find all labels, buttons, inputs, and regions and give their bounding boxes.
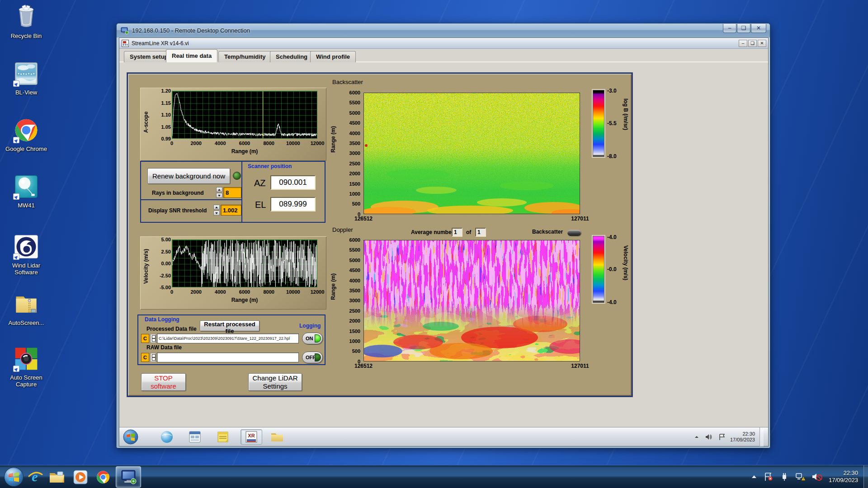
vi-app-icon [122,40,129,47]
desktop-icon-wind-lidar[interactable]: Wind Lidar Software [3,233,50,276]
average-number-label: Average number [411,229,453,235]
backscatter-toggle-label: Backscatter [532,229,563,235]
a-scope-plot[interactable] [172,91,317,139]
session-taskbar-folder-icon[interactable] [269,429,286,445]
taskbar: e [0,465,868,488]
backscatter-cb-tick-mid: -5.5 [607,120,617,127]
session-taskbar-browser-icon[interactable] [158,429,175,445]
data-logging-box: Data Logging Processed Data file Restart… [137,314,326,365]
processed-drive-selector[interactable]: C [141,334,149,343]
raw-path-field[interactable] [157,352,299,362]
session-clock[interactable]: 22:30 17/09/2023 [730,431,755,443]
path-type-icon [150,353,156,362]
session-taskbar-xr-app-button[interactable]: XR [241,429,262,445]
tab-scheduling[interactable]: Scheduling [270,51,313,62]
session-tray-expand-icon[interactable] [694,435,699,439]
taskbar-wmp-icon[interactable] [72,469,89,485]
change-lidar-settings-button[interactable]: Change LiDAR Settings [248,373,302,391]
scanner-position-title: Scanner position [248,163,292,169]
backscatter-y-ticks: 6000550050004500400035003000250020001500… [339,90,360,217]
front-panel: A-scope 1.201.151.101.050.99 02000400060… [127,73,632,397]
tab-temp-humidity[interactable]: Temp/humidity [218,51,271,62]
tray-expand-icon[interactable] [751,474,757,479]
tray-network-icon[interactable]: ! [795,472,805,481]
tray-power-icon[interactable] [780,472,789,481]
snr-spinner[interactable] [213,205,220,216]
show-desktop-button[interactable] [863,465,868,488]
streamline-window: StreamLine XR v14-6.vi – ❏ ✕ System setu… [119,38,769,446]
session-taskbar-app-icon[interactable] [186,429,203,445]
taskbar-clock[interactable]: 22:30 17/09/2023 [829,469,858,484]
taskbar-explorer-icon[interactable] [49,469,65,485]
el-value-field[interactable]: 089.999 [270,197,316,211]
processed-data-file-label: Processed Data file [146,326,197,332]
session-taskbar: XR 22:30 17/09/2 [119,427,768,446]
average-total-field[interactable]: 1 [475,228,486,237]
desktop-icon-autoscreen-zip[interactable]: AutoScreen... [3,291,50,326]
desktop-icon-auto-screen-capture[interactable]: Auto Screen Capture [3,345,50,388]
doppler-colorbar-label: Velocity (m/s) [623,245,629,280]
close-button[interactable]: ✕ [751,24,766,33]
rays-spinner[interactable] [216,187,222,198]
rdp-window: 192.168.0.150 - Remote Desktop Connectio… [116,23,770,448]
desktop-icon-label: AutoScreen... [3,319,50,326]
a-scope-x-axis-label: Range (m) [172,148,317,155]
desktop-icon-mw41[interactable]: MW41 [3,173,50,209]
doppler-title: Doppler [332,226,353,233]
desktop-icon-recycle-bin[interactable]: Recycle Bin [3,4,50,39]
maximize-button[interactable]: ❏ [737,24,750,33]
session-show-desktop-button[interactable] [760,427,764,446]
stop-software-button[interactable]: STOP software [141,373,186,391]
inner-restore-button[interactable]: ❏ [748,40,757,47]
taskbar-rdp-active-button[interactable] [116,466,141,488]
minimize-button[interactable]: – [723,24,736,33]
rdp-title-bar[interactable]: 192.168.0.150 - Remote Desktop Connectio… [117,23,770,38]
snr-threshold-label: Display SNR threshold [148,207,207,214]
doppler-cb-tick-min: -4.0 [607,299,617,305]
rdp-window-title: 192.168.0.150 - Remote Desktop Connectio… [132,27,250,34]
doppler-cb-tick-mid: -0.0 [607,266,617,272]
restart-processed-file-button[interactable]: Restart processed file [200,320,259,331]
inner-close-button[interactable]: ✕ [758,40,766,47]
tab-real-time-data[interactable]: Real time data [166,49,217,62]
renew-background-button[interactable]: Renew background now [147,168,230,184]
desktop-icon-label: MW41 [3,202,50,209]
desktop-icon-bl-view[interactable]: BL-View [3,60,50,96]
renew-led-indicator [233,172,241,180]
doppler-x-tick-right: 127011 [571,363,589,369]
a-scope-y-ticks: 1.201.151.101.050.99 [153,88,171,141]
tray-action-center-icon[interactable] [764,472,774,481]
backscatter-cb-tick-max: -3.0 [607,88,617,94]
desktop-icon-label: Recycle Bin [3,33,50,39]
start-button[interactable] [4,467,24,487]
az-value-field[interactable]: 090.001 [270,175,316,190]
average-number-field[interactable]: 1 [452,228,462,237]
a-scope-chart: A-scope 1.201.151.101.050.99 02000400060… [140,88,326,161]
streamline-title-bar[interactable]: StreamLine XR v14-6.vi – ❏ ✕ [119,38,768,49]
velocity-plot[interactable] [172,239,317,287]
wind-lidar-icon [13,233,40,260]
a-scope-cursor[interactable] [263,91,263,138]
shortcut-arrow-icon [13,366,19,372]
backscatter-heatmap[interactable] [363,93,580,214]
taskbar-chrome-icon[interactable] [95,469,111,485]
doppler-heatmap[interactable] [363,240,580,361]
raw-drive-selector[interactable]: C [141,353,149,362]
desktop-icon-google-chrome[interactable]: Google Chrome [3,117,50,152]
snr-value-field[interactable]: 1.002 [221,205,241,216]
tab-wind-profile[interactable]: Wind profile [310,51,356,62]
inner-minimize-button[interactable]: – [739,40,747,47]
session-action-center-icon[interactable] [718,433,726,441]
session-volume-icon[interactable] [705,433,713,441]
average-of-label: of [466,229,471,235]
tray-volume-muted-icon[interactable] [811,472,822,481]
backscatter-toggle-switch[interactable] [567,230,581,236]
doppler-y-axis-label: Range (m) [330,273,336,300]
processed-path-field[interactable]: C:\Lidar\Data\Proc\2023\202309\20230917\… [157,333,299,343]
rays-value-field[interactable]: 8 [223,187,241,198]
processed-logging-on-switch[interactable]: ON [302,333,323,344]
session-start-button[interactable] [123,429,138,445]
taskbar-ie-icon[interactable]: e [27,469,43,485]
raw-logging-off-switch[interactable]: OFF [302,352,323,363]
session-taskbar-notes-icon[interactable] [214,429,231,445]
